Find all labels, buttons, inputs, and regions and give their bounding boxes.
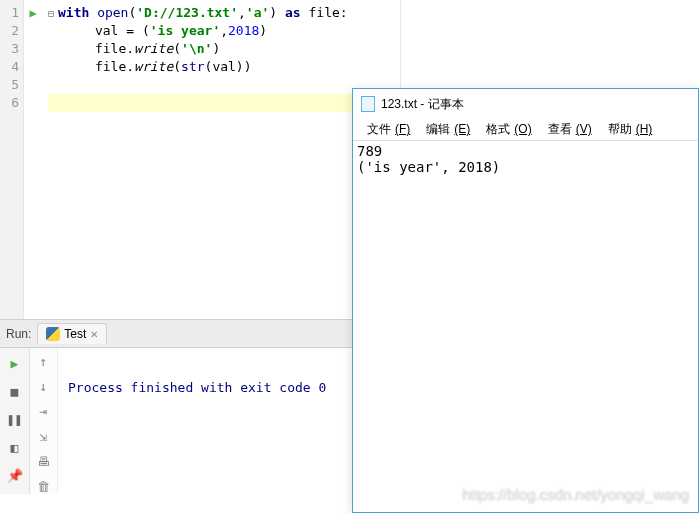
code-line[interactable]: ⊟with open('D://123.txt','a') as file:	[48, 4, 699, 22]
notepad-titlebar[interactable]: 123.txt - 记事本	[353, 89, 698, 119]
gutter-markers: ▶	[24, 0, 42, 319]
output-text: Process finished with exit code 0	[68, 380, 326, 395]
document-icon	[361, 96, 375, 112]
code-line[interactable]: val = ('is year',2018)	[48, 22, 699, 40]
run-panel-label: Run:	[6, 327, 31, 341]
down-icon[interactable]: ↓	[40, 379, 48, 394]
menu-help[interactable]: 帮助(H)	[600, 119, 657, 140]
run-config-tab[interactable]: Test ✕	[37, 323, 107, 344]
notepad-window[interactable]: 123.txt - 记事本 文件(F) 编辑(E) 格式(O) 查看(V) 帮助…	[352, 88, 699, 513]
line-number-gutter: 1 2 3 4 5 6	[0, 0, 24, 319]
menu-format[interactable]: 格式(O)	[478, 119, 535, 140]
python-icon	[46, 327, 60, 341]
up-icon[interactable]: ↑	[40, 354, 48, 369]
line-number: 2	[0, 22, 23, 40]
scroll-icon[interactable]: ⇲	[40, 429, 48, 444]
pause-button[interactable]: ❚❚	[6, 410, 24, 428]
notepad-title: 123.txt - 记事本	[381, 96, 464, 113]
rerun-button[interactable]: ▶	[6, 354, 24, 372]
run-toolbar-secondary: ↑ ↓ ⇥ ⇲ 🖶 🗑	[30, 348, 58, 494]
notepad-text-area[interactable]: 789 ('is year', 2018)	[353, 141, 698, 177]
run-tab-name: Test	[64, 327, 86, 341]
trash-icon[interactable]: 🗑	[37, 479, 50, 494]
line-number: 3	[0, 40, 23, 58]
wrap-icon[interactable]: ⇥	[40, 404, 48, 419]
menu-edit[interactable]: 编辑(E)	[418, 119, 474, 140]
menu-view[interactable]: 查看(V)	[540, 119, 596, 140]
code-line[interactable]: file.write(str(val))	[48, 58, 699, 76]
line-number: 6	[0, 94, 23, 112]
line-number: 4	[0, 58, 23, 76]
line-number: 5	[0, 76, 23, 94]
close-icon[interactable]: ✕	[90, 329, 98, 340]
stop-button[interactable]: ■	[6, 382, 24, 400]
line-number: 1	[0, 4, 23, 22]
run-toolbar-primary: ▶ ■ ❚❚ ◧ 📌	[0, 348, 30, 494]
menu-file[interactable]: 文件(F)	[359, 119, 414, 140]
print-icon[interactable]: 🖶	[37, 454, 50, 469]
run-line-icon[interactable]: ▶	[24, 4, 42, 22]
layout-button[interactable]: ◧	[6, 438, 24, 456]
notepad-menubar: 文件(F) 编辑(E) 格式(O) 查看(V) 帮助(H)	[353, 119, 698, 141]
pin-button[interactable]: 📌	[6, 466, 24, 484]
code-line[interactable]: file.write('\n')	[48, 40, 699, 58]
